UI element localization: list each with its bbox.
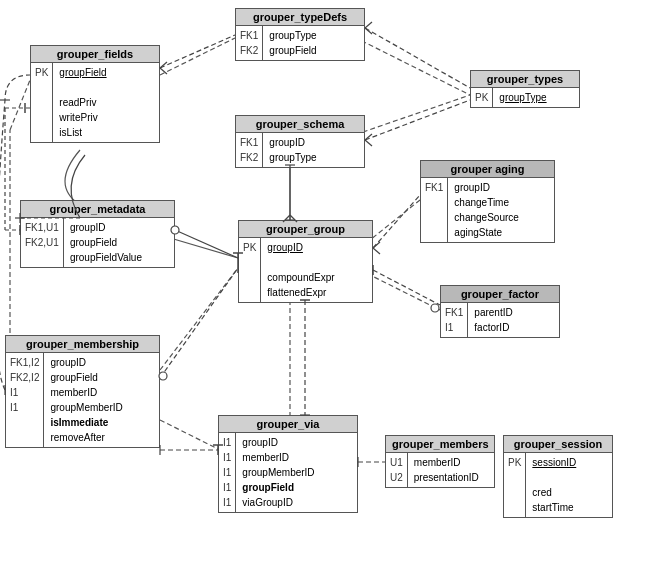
schema-diagram: grouper_typeDefs FK1FK2 groupTypegroupFi… <box>0 0 657 566</box>
field-groupfield: groupField <box>59 67 106 78</box>
svg-point-44 <box>159 372 167 380</box>
svg-line-15 <box>160 62 167 68</box>
table-header-grouper-fields: grouper_fields <box>31 46 159 63</box>
table-grouper-types: grouper_types PK groupType <box>470 70 580 108</box>
table-fields: groupIDchangeTimechangeSourceagingState <box>448 178 525 242</box>
svg-line-43 <box>160 268 238 378</box>
table-keys: FK1FK2 <box>236 133 263 167</box>
table-grouper-group: grouper_group PK groupID compoundExpr fl… <box>238 220 373 303</box>
field-grouptype: groupType <box>499 92 546 103</box>
table-fields: groupIDgroupFieldgroupFieldValue <box>64 218 148 267</box>
svg-point-37 <box>431 304 439 312</box>
svg-line-33 <box>373 242 380 248</box>
svg-line-17 <box>365 28 470 88</box>
table-grouper-metadata: grouper_metadata FK1,U1FK2,U1 groupIDgro… <box>20 200 175 268</box>
table-grouper-via: grouper_via I1I1I1I1I1 groupIDmemberIDgr… <box>218 415 358 513</box>
svg-line-21 <box>365 134 372 140</box>
svg-line-14 <box>160 35 235 68</box>
table-fields: groupTypegroupField <box>263 26 322 60</box>
table-keys: PK <box>239 238 261 302</box>
table-grouper-factor: grouper_factor FK1I1 parentIDfactorID <box>440 285 560 338</box>
table-fields: groupField readPriv writePriv isList <box>53 63 112 142</box>
table-grouper-members: grouper_members U1U2 memberIDpresentatio… <box>385 435 495 488</box>
table-fields: groupType <box>493 88 552 107</box>
table-fields: parentIDfactorID <box>468 303 518 337</box>
field-isimmediate: isImmediate <box>50 417 108 428</box>
svg-line-16 <box>160 68 167 74</box>
table-grouper-session: grouper_session PK sessionID cred startT… <box>503 435 613 518</box>
table-keys: PK <box>504 453 526 517</box>
table-header-grouper-typedefs: grouper_typeDefs <box>236 9 364 26</box>
table-grouper-fields: grouper_fields PK groupField readPriv wr… <box>30 45 160 143</box>
svg-line-18 <box>365 22 372 28</box>
svg-line-0 <box>160 38 235 75</box>
table-fields: groupIDmemberIDgroupMemberID groupField … <box>236 433 320 512</box>
svg-line-9 <box>160 268 238 370</box>
table-header-grouper-types: grouper_types <box>471 71 579 88</box>
table-keys: FK1I1 <box>441 303 468 337</box>
table-header-grouper-via: grouper_via <box>219 416 357 433</box>
table-header-grouper-factor: grouper_factor <box>441 286 559 303</box>
table-fields: groupIDgroupType <box>263 133 322 167</box>
table-fields: groupIDgroupFieldmemberIDgroupMemberID i… <box>44 353 128 447</box>
table-keys: FK1,I2FK2,I2I1I1 <box>6 353 44 447</box>
table-header-grouper-session: grouper_session <box>504 436 612 453</box>
table-header-grouper-aging: grouper aging <box>421 161 554 178</box>
svg-line-35 <box>373 270 440 305</box>
table-fields: memberIDpresentationID <box>408 453 485 487</box>
table-fields: sessionID cred startTime <box>526 453 582 517</box>
table-keys: I1I1I1I1I1 <box>219 433 236 512</box>
svg-line-28 <box>175 230 238 258</box>
svg-line-12 <box>160 420 220 450</box>
table-keys: FK1FK2 <box>236 26 263 60</box>
table-header-grouper-members: grouper_members <box>386 436 494 453</box>
table-grouper-aging: grouper aging FK1 groupIDchangeTimechang… <box>420 160 555 243</box>
table-fields: groupID compoundExpr flattenedExpr <box>261 238 340 302</box>
table-keys: FK1 <box>421 178 448 242</box>
svg-line-32 <box>373 195 420 248</box>
table-grouper-membership: grouper_membership FK1,I2FK2,I2I1I1 grou… <box>5 335 160 448</box>
svg-line-34 <box>373 248 380 254</box>
table-keys: PK <box>31 63 53 142</box>
field-groupid: groupID <box>267 242 303 253</box>
table-keys: U1U2 <box>386 453 408 487</box>
table-keys: FK1,U1FK2,U1 <box>21 218 64 267</box>
table-header-grouper-schema: grouper_schema <box>236 116 364 133</box>
table-header-grouper-group: grouper_group <box>239 221 372 238</box>
table-header-grouper-membership: grouper_membership <box>6 336 159 353</box>
svg-line-19 <box>365 28 372 34</box>
field-groupfield-via: groupField <box>242 482 294 493</box>
table-keys: PK <box>471 88 493 107</box>
field-sessionid: sessionID <box>532 457 576 468</box>
svg-line-22 <box>365 140 372 146</box>
svg-line-20 <box>365 100 470 140</box>
table-grouper-typedefs: grouper_typeDefs FK1FK2 groupTypegroupFi… <box>235 8 365 61</box>
svg-line-11 <box>10 80 30 130</box>
table-header-grouper-metadata: grouper_metadata <box>21 201 174 218</box>
table-grouper-schema: grouper_schema FK1FK2 groupIDgroupType <box>235 115 365 168</box>
